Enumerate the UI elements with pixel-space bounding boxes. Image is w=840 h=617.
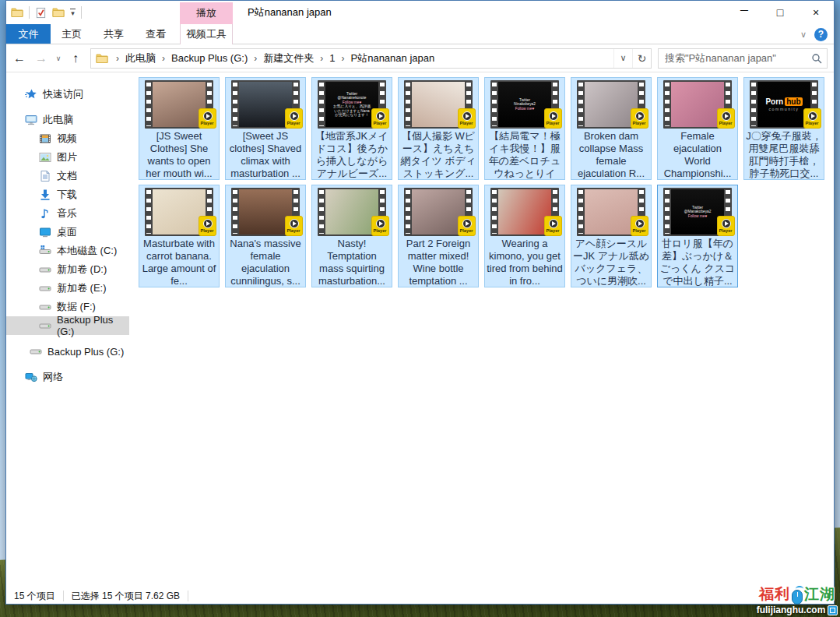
file-tile[interactable]: Player Broken dam collapse Mass female e… bbox=[571, 77, 652, 180]
video-thumbnail: Player bbox=[145, 80, 213, 129]
file-tile[interactable]: Player [Sweet JS clothes] Shaved climax … bbox=[225, 77, 306, 180]
video-thumbnail: Pornhubcommunity Player bbox=[750, 80, 818, 129]
file-tile[interactable]: Player Female ejaculation World Champion… bbox=[657, 77, 738, 180]
address-bar[interactable]: › 此电脑›Backup Plus (G:)›新建文件夹›1›P站nananan… bbox=[90, 48, 652, 69]
breadcrumb-separator-icon[interactable]: › bbox=[157, 53, 170, 64]
ribbon-contextual-label: 播放 bbox=[180, 2, 233, 24]
sidebar-item-label: 音乐 bbox=[57, 206, 77, 220]
help-icon[interactable]: ? bbox=[814, 28, 828, 41]
main-area: 快速访问此电脑视频图片文档下载音乐桌面本地磁盘 (C:)新加卷 (D:)新加卷 … bbox=[6, 72, 834, 588]
sidebar-item-label: 下载 bbox=[57, 188, 77, 202]
breadcrumb-item[interactable]: P站nananan japan bbox=[350, 51, 437, 65]
up-button[interactable]: ↑ bbox=[65, 48, 86, 69]
file-tile[interactable]: Player Wearing a kimono, you get tired f… bbox=[484, 185, 565, 287]
sidebar-item-computer[interactable]: 此电脑 bbox=[6, 111, 129, 129]
computer-icon bbox=[25, 114, 37, 126]
file-tile[interactable]: Player Part 2 Foreign matter mixed! Wine… bbox=[398, 185, 479, 287]
player-badge-icon: Player bbox=[285, 108, 303, 129]
breadcrumb-separator-icon[interactable]: › bbox=[337, 53, 350, 64]
tab-home[interactable]: 主页 bbox=[51, 24, 93, 44]
refresh-icon[interactable]: ↻ bbox=[632, 49, 651, 68]
minimize-button[interactable]: ─ bbox=[726, 1, 762, 24]
tab-view[interactable]: 查看 bbox=[135, 24, 177, 44]
player-badge-icon: Player bbox=[371, 216, 389, 236]
breadcrumb-item[interactable]: 新建文件夹 bbox=[262, 51, 315, 65]
sidebar-item-disk[interactable]: Backup Plus (G:) bbox=[6, 342, 129, 361]
sidebar-item-disk[interactable]: 新加卷 (D:) bbox=[6, 260, 129, 279]
player-badge-icon: Player bbox=[458, 216, 476, 236]
disk-icon bbox=[39, 319, 51, 332]
forward-button[interactable]: → bbox=[31, 48, 51, 69]
sidebar-item-videos[interactable]: 视频 bbox=[6, 129, 129, 148]
filmstrip-holes-left bbox=[578, 190, 583, 234]
file-name-label: [Sweet JS clothes] Shaved climax with ma… bbox=[226, 130, 305, 179]
file-tile[interactable]: TwitterNinakobeya2Follow me♥ Player 【結局電… bbox=[484, 77, 565, 180]
breadcrumb-item[interactable]: 1 bbox=[328, 52, 336, 64]
file-tile[interactable]: Player [JS Sweet Clothes] She wants to o… bbox=[139, 77, 220, 180]
qat-customize-dropdown-icon[interactable]: ▾ bbox=[70, 9, 76, 16]
sidebar-item-music[interactable]: 音乐 bbox=[6, 204, 129, 223]
sidebar-item-system-disk[interactable]: 本地磁盘 (C:) bbox=[6, 242, 129, 260]
thumbnail-image: Twitter@Manakobeya2Follow me♥ bbox=[671, 189, 724, 234]
ribbon-collapse-icon[interactable]: ∨ bbox=[800, 30, 807, 40]
filmstrip-holes-left bbox=[751, 83, 756, 126]
thumbnail-image bbox=[585, 82, 638, 127]
file-tile[interactable]: Player Nasty! Temptation mass squirting … bbox=[311, 185, 392, 287]
file-tile[interactable]: Pornhubcommunity Player J〇穿兔子服裝，用雙尾巴服裝舔肛… bbox=[743, 77, 824, 180]
sidebar-item-desktop[interactable]: 桌面 bbox=[6, 223, 129, 242]
file-tile[interactable]: Player Nana's massive female ejaculation… bbox=[225, 185, 306, 287]
sidebar-item-quick-access-star[interactable]: 快速访问 bbox=[6, 85, 129, 104]
close-button[interactable]: × bbox=[798, 1, 834, 24]
thumbnail-image bbox=[412, 189, 465, 234]
filmstrip-holes-left bbox=[233, 83, 237, 126]
history-chevron-icon[interactable]: ∨ bbox=[53, 48, 64, 69]
file-explorer-window: ▾ 播放 P站nananan japan ─ □ × 文件 主页 共享 查看 视… bbox=[5, 0, 835, 605]
breadcrumb-item[interactable]: Backup Plus (G:) bbox=[170, 52, 249, 64]
filmstrip-holes-left bbox=[406, 190, 410, 234]
file-tile[interactable]: Player Masturbate with carrot banana. La… bbox=[139, 185, 220, 287]
downloads-icon bbox=[39, 189, 51, 201]
sidebar-item-pictures[interactable]: 图片 bbox=[6, 148, 129, 167]
tab-share[interactable]: 共享 bbox=[93, 24, 135, 44]
breadcrumb-separator-icon[interactable]: › bbox=[315, 53, 328, 64]
window-title: P站nananan japan bbox=[248, 1, 332, 24]
properties-check-icon[interactable] bbox=[35, 7, 47, 19]
search-box bbox=[658, 48, 828, 69]
file-tile[interactable]: Twitter@Manakobeya2Follow me♥ Player 甘ロリ… bbox=[657, 185, 738, 287]
player-badge-icon: Player bbox=[803, 108, 821, 129]
sidebar-item-disk[interactable]: 新加卷 (E:) bbox=[6, 279, 129, 298]
sidebar-item-downloads[interactable]: 下载 bbox=[6, 185, 129, 204]
ribbon-tab-bar: 文件 主页 共享 查看 视频工具 ∨ ? bbox=[6, 24, 834, 44]
sidebar-item-documents[interactable]: 文档 bbox=[6, 167, 129, 185]
search-icon[interactable] bbox=[805, 53, 828, 64]
tab-video-tools[interactable]: 视频工具 bbox=[180, 24, 233, 44]
address-dropdown-icon[interactable]: ∨ bbox=[613, 49, 632, 68]
desktop-icon bbox=[39, 226, 51, 238]
thumbnail-image bbox=[585, 189, 638, 234]
player-badge-icon: Player bbox=[199, 108, 216, 129]
video-thumbnail: Player bbox=[404, 188, 473, 236]
player-badge-icon: Player bbox=[544, 108, 562, 129]
video-thumbnail: Player bbox=[663, 80, 732, 129]
tab-file[interactable]: 文件 bbox=[6, 24, 51, 44]
maximize-button[interactable]: □ bbox=[762, 1, 798, 24]
file-name-label: アヘ顔シースルーJK アナル舐めバックフェラ、ついに男潮吹... bbox=[571, 238, 651, 287]
sidebar-item-label: 数据 (F:) bbox=[57, 300, 96, 314]
file-name-label: Masturbate with carrot banana. Large amo… bbox=[139, 238, 219, 287]
documents-icon bbox=[39, 170, 51, 182]
sidebar: 快速访问此电脑视频图片文档下载音乐桌面本地磁盘 (C:)新加卷 (D:)新加卷 … bbox=[6, 72, 129, 588]
breadcrumb-item[interactable]: 此电脑 bbox=[124, 51, 157, 65]
search-input[interactable] bbox=[659, 52, 805, 64]
sidebar-item-disk[interactable]: Backup Plus (G:) bbox=[6, 316, 129, 335]
sidebar-item-label: Backup Plus (G:) bbox=[47, 346, 124, 358]
sidebar-item-network[interactable]: 网络 bbox=[6, 368, 129, 386]
filmstrip-holes-left bbox=[492, 190, 497, 234]
video-thumbnail: Twitter@NanainekonoteFollow me♥お気に入りと、高評… bbox=[318, 80, 386, 129]
file-tile[interactable]: Player アヘ顔シースルーJK アナル舐めバックフェラ、ついに男潮吹... bbox=[571, 185, 652, 287]
back-button[interactable]: ← bbox=[9, 48, 30, 69]
file-tile[interactable]: Player 【個人撮影 Wピース】えちえち網タイツ ボディストッキング... bbox=[398, 77, 479, 180]
file-tile[interactable]: Twitter@NanainekonoteFollow me♥お気に入りと、高評… bbox=[311, 77, 392, 180]
sidebar-item-label: 本地磁盘 (C:) bbox=[57, 244, 117, 258]
new-folder-icon[interactable] bbox=[52, 6, 65, 19]
breadcrumb-separator-icon[interactable]: › bbox=[249, 53, 262, 64]
